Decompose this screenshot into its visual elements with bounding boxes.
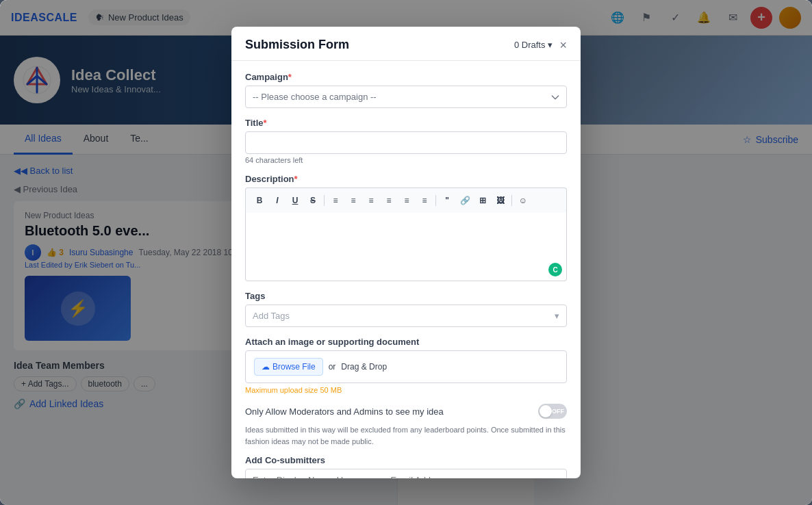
strikethrough-btn[interactable]: S [305, 192, 321, 209]
private-toggle-row: Only Allow Moderators and Admins to see … [245, 404, 567, 419]
private-hint: Ideas submitted in this way will be excl… [245, 424, 567, 447]
attach-label: Attach an image or supporting document [245, 337, 567, 347]
rte-toolbar: B I U S ≡ ≡ ≡ ≡ ≡ ≡ " 🔗 ⊞ [245, 187, 567, 213]
co-submit-input[interactable] [245, 469, 567, 478]
attach-field: Attach an image or supporting document ☁… [245, 337, 567, 394]
co-submit-label: Add Co-submitters [245, 455, 567, 465]
toggle-knob [540, 405, 552, 417]
bold-btn[interactable]: B [251, 192, 268, 209]
upload-area: ☁ Browse File or Drag & Drop [245, 350, 567, 383]
upload-warning: Maximum upload size 50 MB [245, 386, 567, 394]
browser-window: IDEASCALE 🗣 New Product Ideas 🌐 ⚑ ✓ 🔔 ✉ … [0, 0, 812, 505]
description-field: Description* B I U S ≡ ≡ ≡ ≡ ≡ ≡ [245, 174, 567, 281]
modal-header-right: 0 Drafts ▾ × [514, 39, 567, 51]
align-left-btn[interactable]: ≡ [327, 192, 344, 209]
quote-btn[interactable]: " [439, 192, 455, 209]
link-btn[interactable]: 🔗 [457, 192, 473, 209]
rte-divider-3 [511, 195, 512, 206]
title-label: Title* [245, 118, 567, 128]
italic-btn[interactable]: I [269, 192, 286, 209]
modal-header: Submission Form 0 Drafts ▾ × [231, 27, 581, 61]
browse-file-btn[interactable]: ☁ Browse File [254, 358, 323, 376]
tags-label: Tags [245, 291, 567, 301]
image-btn[interactable]: 🖼 [492, 192, 509, 209]
campaign-select[interactable]: -- Please choose a campaign -- [245, 86, 567, 108]
tags-chevron-icon: ▾ [555, 311, 559, 321]
campaign-label: Campaign* [245, 72, 567, 82]
char-counter-icon: C [548, 263, 562, 276]
char-count: 64 characters left [245, 156, 567, 164]
drafts-button[interactable]: 0 Drafts ▾ [514, 40, 553, 50]
close-button[interactable]: × [559, 39, 567, 51]
chevron-down-icon: ▾ [548, 40, 553, 50]
drag-drop-label: Drag & Drop [341, 362, 387, 372]
toggle-off-label: OFF [552, 408, 564, 415]
tags-select[interactable]: Add Tags ▾ [245, 305, 567, 327]
emoji-btn[interactable]: ☺ [515, 192, 531, 209]
private-label: Only Allow Moderators and Admins to see … [245, 406, 444, 417]
modal-body: Campaign* -- Please choose a campaign --… [231, 61, 581, 478]
title-field: Title* 64 characters left [245, 118, 567, 164]
align-center-btn[interactable]: ≡ [345, 192, 361, 209]
rte-divider [324, 195, 325, 206]
ordered-list-btn[interactable]: ≡ [416, 192, 433, 209]
list-btn[interactable]: ≡ [398, 192, 415, 209]
table-btn[interactable]: ⊞ [474, 192, 491, 209]
underline-btn[interactable]: U [287, 192, 303, 209]
tags-field: Tags Add Tags ▾ [245, 291, 567, 327]
submission-modal: Submission Form 0 Drafts ▾ × Campaign* [231, 27, 581, 478]
title-input[interactable] [245, 131, 567, 154]
align-justify-btn[interactable]: ≡ [381, 192, 397, 209]
align-right-btn[interactable]: ≡ [363, 192, 379, 209]
rte-divider-2 [435, 195, 436, 206]
modal-overlay: Submission Form 0 Drafts ▾ × Campaign* [0, 0, 812, 505]
campaign-field: Campaign* -- Please choose a campaign -- [245, 72, 567, 108]
description-label: Description* [245, 174, 567, 184]
private-toggle[interactable]: OFF [538, 404, 567, 419]
modal-title: Submission Form [245, 38, 349, 52]
upload-or: or [329, 362, 336, 372]
description-editor[interactable]: C [245, 213, 567, 281]
co-submit-field: Add Co-submitters [245, 455, 567, 478]
